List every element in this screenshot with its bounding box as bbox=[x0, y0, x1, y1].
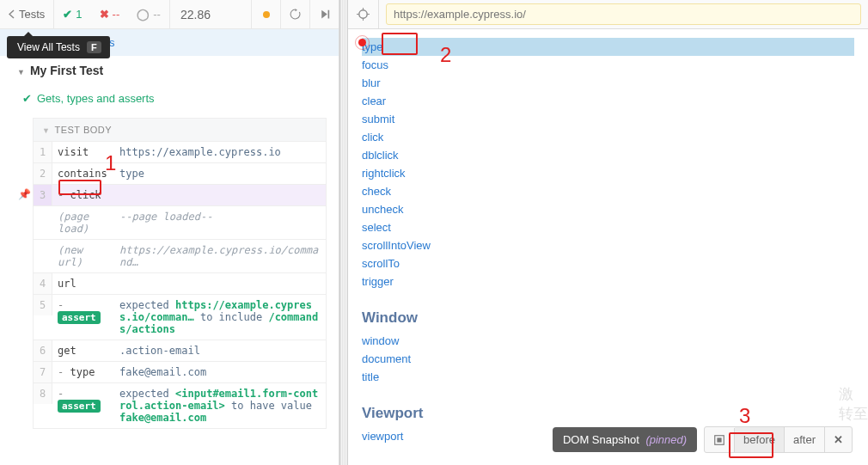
click-target-icon bbox=[358, 39, 366, 46]
snapshot-label-text: DOM Snapshot bbox=[563, 433, 639, 446]
back-label: Tests bbox=[19, 8, 45, 21]
close-icon: ✕ bbox=[834, 433, 843, 446]
action-link[interactable]: scrollIntoView bbox=[362, 236, 854, 254]
log-row-number: 3 bbox=[34, 185, 52, 205]
stat-pending[interactable]: ◯-- bbox=[128, 0, 169, 29]
log-row-message: expected <input#email1.form-control.acti… bbox=[114, 383, 326, 428]
action-link[interactable]: click bbox=[362, 128, 854, 146]
caret-down-icon: ▼ bbox=[17, 68, 25, 76]
log-row-message: --page loaded-- bbox=[114, 206, 326, 227]
url-display[interactable]: https://example.cypress.io/ bbox=[386, 3, 861, 25]
svg-point-0 bbox=[359, 10, 367, 18]
log-row[interactable]: 4url bbox=[34, 272, 326, 294]
log-row-message: type bbox=[114, 163, 326, 184]
snapshot-before-button[interactable]: before bbox=[735, 427, 785, 452]
selector-playground-button[interactable] bbox=[348, 0, 379, 28]
log-row-command: contains bbox=[52, 163, 114, 184]
crosshair-icon bbox=[357, 8, 370, 21]
test-name: Gets, types and asserts bbox=[37, 92, 155, 105]
action-link[interactable]: scrollTo bbox=[362, 254, 854, 272]
app-preview: type focusblurclearsubmitclickdblclickri… bbox=[348, 29, 868, 465]
suite-title[interactable]: ▼My First Test bbox=[0, 56, 339, 85]
log-row[interactable]: 7- typefake@email.com bbox=[34, 361, 326, 382]
section-window-title: Window bbox=[362, 309, 854, 327]
circle-icon: ◯ bbox=[137, 8, 150, 21]
log-row[interactable]: 3- click📌 bbox=[34, 184, 326, 205]
test-title[interactable]: ✔Gets, types and asserts bbox=[0, 85, 339, 113]
log-row[interactable]: 5- assertexpected https://example.cypres… bbox=[34, 294, 326, 340]
log-row-number: 1 bbox=[34, 142, 52, 162]
log-row-number: 7 bbox=[34, 362, 52, 382]
check-icon: ✔ bbox=[22, 92, 32, 105]
test-body-label: TEST BODY bbox=[54, 125, 112, 135]
log-row[interactable]: 2containstype bbox=[34, 162, 326, 184]
action-link[interactable]: submit bbox=[362, 110, 854, 128]
suite-name: My First Test bbox=[30, 64, 103, 77]
log-row-number: 2 bbox=[34, 163, 52, 184]
window-link[interactable]: title bbox=[362, 368, 854, 386]
stat-pending-count: -- bbox=[153, 8, 161, 21]
log-row[interactable]: 6get.action-email bbox=[34, 340, 326, 361]
stat-passed[interactable]: ✔1 bbox=[54, 0, 90, 29]
log-row[interactable]: 8- assertexpected <input#email1.form-con… bbox=[34, 382, 326, 428]
log-row-command: (new url) bbox=[52, 240, 114, 272]
log-row-command: - type bbox=[52, 362, 114, 382]
action-link[interactable]: uncheck bbox=[362, 200, 854, 218]
tooltip-text: View All Tests bbox=[17, 41, 80, 53]
check-icon: ✔ bbox=[63, 8, 72, 21]
log-row[interactable]: 1visithttps://example.cypress.io bbox=[34, 142, 326, 162]
next-button[interactable] bbox=[309, 0, 339, 29]
test-body-header: ▼TEST BODY bbox=[33, 118, 327, 141]
log-row-message bbox=[114, 185, 326, 193]
action-link[interactable]: select bbox=[362, 218, 854, 236]
splitter-handle[interactable] bbox=[339, 0, 348, 465]
log-row-number: 8 bbox=[34, 383, 52, 404]
command-log: 1visithttps://example.cypress.io2contain… bbox=[33, 141, 327, 429]
x-icon: ✖ bbox=[100, 8, 109, 21]
log-row-message: .action-email bbox=[114, 340, 326, 361]
log-row-number: 6 bbox=[34, 340, 52, 361]
log-row[interactable]: (new url)https://example.cypress.io/comm… bbox=[34, 239, 326, 272]
back-to-tests-button[interactable]: Tests bbox=[0, 0, 54, 29]
action-link[interactable]: dblclick bbox=[362, 146, 854, 164]
section-viewport-title: Viewport bbox=[362, 405, 854, 422]
type-link[interactable]: type bbox=[362, 38, 854, 56]
window-link[interactable]: window bbox=[362, 332, 854, 350]
highlight-button[interactable] bbox=[705, 428, 735, 452]
log-row-command: (page load) bbox=[52, 206, 114, 239]
restart-button[interactable] bbox=[280, 0, 309, 29]
log-row-command: - click bbox=[52, 185, 114, 205]
window-link[interactable]: document bbox=[362, 350, 854, 368]
log-row-command: - assert bbox=[52, 295, 114, 327]
log-row-message: expected https://example.cypress.io/comm… bbox=[114, 295, 326, 340]
runner-topbar: Tests ✔1 ✖-- ◯-- 22.86 bbox=[0, 0, 339, 29]
stat-failed[interactable]: ✖-- bbox=[91, 0, 129, 29]
log-row-command: get bbox=[52, 340, 114, 361]
view-all-tests-tooltip: View All Tests F bbox=[7, 36, 110, 58]
stat-failed-count: -- bbox=[113, 8, 120, 21]
pin-icon: 📌 bbox=[18, 188, 31, 200]
svg-rect-2 bbox=[717, 437, 721, 442]
action-link[interactable]: focus bbox=[362, 56, 854, 74]
stat-passed-count: 1 bbox=[76, 8, 82, 21]
snapshot-pinned: (pinned) bbox=[645, 433, 687, 446]
highlight-icon bbox=[713, 434, 725, 446]
log-row[interactable]: (page load)--page loaded-- bbox=[34, 205, 326, 239]
log-row-message: https://example.cypress.io bbox=[114, 142, 326, 162]
caret-down-icon: ▼ bbox=[42, 126, 50, 135]
address-bar: https://example.cypress.io/ bbox=[348, 0, 868, 29]
snapshot-after-button[interactable]: after bbox=[785, 427, 825, 452]
toggle-autoscroll-button[interactable] bbox=[251, 0, 280, 29]
action-link[interactable]: clear bbox=[362, 92, 854, 110]
dot-icon bbox=[263, 11, 270, 18]
snapshot-close-button[interactable]: ✕ bbox=[825, 427, 852, 452]
snapshot-label: DOM Snapshot (pinned) bbox=[553, 427, 697, 452]
chevron-left-icon bbox=[9, 9, 15, 19]
tooltip-key: F bbox=[87, 41, 101, 53]
action-link[interactable]: trigger bbox=[362, 272, 854, 291]
log-row-message: https://example.cypress.io/command… bbox=[114, 240, 326, 272]
log-row-number: 4 bbox=[34, 273, 52, 294]
action-link[interactable]: check bbox=[362, 182, 854, 200]
action-link[interactable]: rightclick bbox=[362, 164, 854, 182]
action-link[interactable]: blur bbox=[362, 74, 854, 92]
